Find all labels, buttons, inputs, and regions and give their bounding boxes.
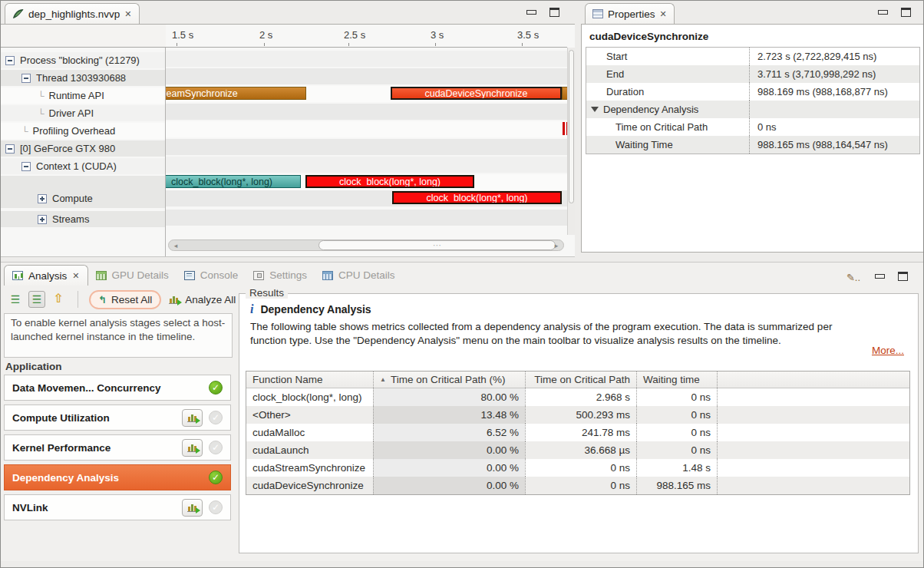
- tree-item-label: Compute: [52, 193, 93, 204]
- column-header-1[interactable]: Time on Critical Path (%): [373, 372, 525, 388]
- maximize-icon[interactable]: [549, 8, 559, 17]
- timeline-bar[interactable]: clock_block(long*, long): [305, 175, 474, 188]
- ruler-left-spacer: [1, 25, 166, 48]
- table-cell: 2.968 s: [525, 388, 636, 406]
- scrollbar-thumb[interactable]: [318, 240, 555, 250]
- icon-console: [184, 271, 195, 280]
- tree-item-label: Process "blocking" (21279): [20, 54, 140, 66]
- collapse-icon[interactable]: [21, 74, 31, 83]
- tree-item-profiling-overhead[interactable]: Profiling Overhead: [1, 123, 166, 139]
- expand-icon[interactable]: [38, 215, 47, 224]
- tree-item-streams[interactable]: Streams: [1, 211, 166, 227]
- timeline-vertical-scrollbar[interactable]: [567, 48, 575, 235]
- analyze-all-button[interactable]: Analyze All: [166, 292, 239, 308]
- expanded-arrow-icon[interactable]: [591, 107, 599, 112]
- stage-card-label: Compute Utilization: [12, 412, 110, 424]
- property-label-text: Start: [606, 51, 627, 62]
- timeline-ruler[interactable]: 1.5 s2 s2.5 s3 s3.5 s: [166, 25, 567, 48]
- tree-item-0-geforce-gtx-980[interactable]: [0] GeForce GTX 980: [1, 140, 166, 157]
- profiling-overhead-marker[interactable]: [563, 122, 565, 135]
- tree-item-thread-1303930688[interactable]: Thread 1303930688: [1, 70, 166, 86]
- tab-cpu-details[interactable]: CPU Details: [315, 265, 403, 286]
- tab-settings[interactable]: Settings: [246, 265, 315, 286]
- results-legend: Results: [246, 287, 288, 299]
- ruler-tick-label: 3.5 s: [517, 29, 539, 41]
- table-row[interactable]: cudaMalloc6.52 %241.78 ms0 ns: [246, 424, 909, 441]
- minimize-icon[interactable]: [526, 8, 536, 15]
- tree-item-process-blocking-21279[interactable]: Process "blocking" (21279): [1, 52, 166, 68]
- close-icon[interactable]: [124, 10, 131, 18]
- table-cell: 0.00 %: [373, 477, 525, 494]
- table-cell-text: 80.00 %: [480, 391, 519, 403]
- timeline-bar[interactable]: clock_block(long*, long): [166, 175, 301, 188]
- table-row[interactable]: cudaLaunch0.00 %36.668 µs0 ns: [246, 441, 909, 459]
- scroll-left-icon[interactable]: [170, 240, 181, 250]
- timeline-bar-label: clock_block(long*, long): [426, 193, 527, 203]
- tab-analysis[interactable]: Analysis: [4, 265, 88, 286]
- scroll-right-icon[interactable]: [551, 240, 562, 250]
- timeline-tree: Process "blocking" (21279)Thread 1303930…: [1, 48, 166, 256]
- stage-card-data-movemen-concurrency[interactable]: Data Movemen... Concurrency: [4, 375, 231, 401]
- property-row: Dependency Analysis: [586, 101, 919, 118]
- minimize-icon[interactable]: [877, 8, 887, 15]
- expand-icon[interactable]: [38, 194, 47, 203]
- reset-all-button[interactable]: Reset All: [89, 290, 161, 309]
- stage-card-compute-utilization[interactable]: Compute Utilization: [4, 405, 231, 431]
- table-row[interactable]: cudaDeviceSynchronize0.00 %0 ns988.165 m…: [246, 477, 909, 494]
- collapse-icon[interactable]: [5, 144, 15, 154]
- tree-item-driver-api[interactable]: Driver API: [1, 105, 166, 121]
- table-cell: cudaStreamSynchronize: [246, 459, 373, 477]
- table-cell-text: cudaMalloc: [252, 427, 305, 438]
- tree-item-runtime-api[interactable]: Runtime API: [1, 88, 166, 104]
- timeline-bar[interactable]: [562, 87, 567, 100]
- timeline-canvas[interactable]: cudaStreamSynchronizecudaDeviceSynchroni…: [166, 48, 567, 235]
- table-cell: 0 ns: [525, 459, 636, 477]
- collapse-icon[interactable]: [21, 162, 31, 171]
- table-cell: 0 ns: [636, 406, 717, 424]
- column-header-3[interactable]: Waiting time: [636, 372, 717, 388]
- view-menu-icon[interactable]: [846, 272, 860, 283]
- tree-item-context-1-cuda[interactable]: Context 1 (CUDA): [1, 158, 166, 174]
- table-cell-text: 13.48 %: [480, 409, 519, 421]
- table-cell-filler: [717, 441, 909, 459]
- column-header-0[interactable]: Function Name: [246, 372, 373, 388]
- close-icon[interactable]: [72, 272, 79, 280]
- run-analysis-button[interactable]: [182, 409, 203, 427]
- timeline-bar[interactable]: cudaDeviceSynchronize: [391, 87, 562, 100]
- table-cell-filler: [717, 406, 909, 424]
- property-label: Waiting Time: [586, 139, 749, 150]
- minimize-icon[interactable]: [874, 272, 884, 279]
- analysis-toolbar: Reset All Analyze All: [1, 287, 239, 312]
- column-header-2[interactable]: Time on Critical Path: [525, 372, 636, 388]
- table-row[interactable]: clock_block(long*, long)80.00 %2.968 s0 …: [246, 388, 909, 406]
- stage-card-nvlink[interactable]: NVLink: [4, 494, 231, 520]
- column-header-label: Time on Critical Path (%): [391, 374, 506, 385]
- tab-console[interactable]: Console: [177, 265, 246, 286]
- table-cell: 0 ns: [525, 477, 636, 494]
- timeline-bar[interactable]: clock_block(long*, long): [392, 191, 562, 204]
- scrollbar-thumb[interactable]: [569, 50, 574, 203]
- tree-item-label: Profiling Overhead: [33, 125, 116, 137]
- maximize-icon[interactable]: [898, 272, 908, 281]
- guided-analysis-icon[interactable]: [7, 291, 24, 308]
- timeline-bar-label: cudaStreamSynchronize: [166, 88, 238, 99]
- close-icon[interactable]: [660, 10, 667, 18]
- run-analysis-button[interactable]: [182, 439, 203, 457]
- table-row[interactable]: cudaStreamSynchronize0.00 %0 ns1.48 s: [246, 459, 909, 477]
- unguided-analysis-icon[interactable]: [28, 291, 45, 308]
- tab-gpu-details[interactable]: GPU Details: [88, 265, 177, 286]
- timeline-horizontal-scrollbar[interactable]: [168, 239, 564, 251]
- stage-card-dependency-analysis[interactable]: Dependency Analysis: [4, 464, 231, 490]
- timeline-row-stripe: [166, 68, 567, 84]
- tab-dep-highlights[interactable]: dep_highlights.nvvp: [5, 3, 140, 24]
- maximize-icon[interactable]: [901, 8, 911, 17]
- table-cell-filler: [717, 388, 909, 406]
- up-arrow-icon[interactable]: [50, 291, 67, 308]
- tab-properties[interactable]: Properties: [585, 3, 675, 24]
- timeline-bar[interactable]: cudaStreamSynchronize: [166, 87, 306, 100]
- table-row[interactable]: <Other>13.48 %500.293 ms0 ns: [246, 406, 909, 424]
- more-link[interactable]: More...: [872, 345, 904, 356]
- collapse-icon[interactable]: [5, 56, 15, 65]
- stage-card-kernel-performance[interactable]: Kernel Performance: [4, 434, 231, 461]
- run-analysis-button[interactable]: [182, 499, 203, 517]
